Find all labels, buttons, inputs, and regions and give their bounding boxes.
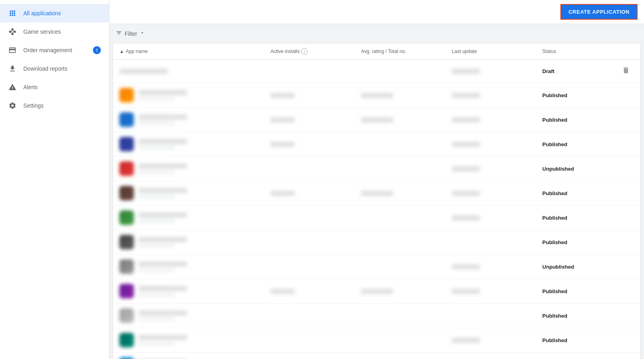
app-icon [119, 333, 134, 347]
table-row[interactable]: Published [113, 108, 640, 132]
table-row[interactable]: Published [113, 83, 640, 108]
col-header-active-installs: Active installs i [271, 48, 361, 55]
app-name-block [139, 212, 187, 223]
active-installs-cell [271, 289, 361, 294]
table-row[interactable]: Unpublished [113, 157, 640, 181]
active-installs-cell [271, 117, 361, 122]
app-name-block [119, 69, 168, 74]
table-row[interactable]: Published [113, 328, 640, 353]
app-cell [119, 69, 271, 74]
app-cell [119, 186, 271, 200]
status-cell: Published [542, 190, 618, 196]
status-cell: Unpublished [542, 264, 618, 270]
app-name-block [139, 163, 187, 174]
app-cell [119, 112, 271, 127]
app-icon [119, 284, 134, 298]
filter-icon [116, 30, 122, 37]
last-update-cell [452, 338, 542, 343]
app-icon [119, 88, 134, 102]
credit-card-icon [8, 46, 17, 55]
app-name-block [139, 335, 187, 346]
table-row[interactable]: Published [113, 353, 640, 359]
sort-asc-icon: ▲ [119, 49, 124, 54]
app-cell [119, 235, 271, 249]
sidebar-item-all-applications[interactable]: All applications [0, 4, 109, 22]
sidebar-item-settings[interactable]: Settings [0, 96, 109, 115]
applications-table: ▲ App name Active installs i Avg. rating… [113, 43, 641, 359]
app-name-block [139, 261, 187, 272]
table-row[interactable]: Draft [113, 60, 640, 83]
app-cell [119, 308, 271, 323]
sidebar-item-label: Alerts [23, 84, 38, 90]
filter-dropdown-icon [139, 30, 145, 37]
table-row[interactable]: Published [113, 304, 640, 328]
status-cell: Draft [542, 68, 618, 74]
download-icon [8, 64, 17, 73]
app-name-text [139, 163, 187, 169]
last-update-cell [452, 289, 542, 294]
sidebar-item-label: Game services [23, 29, 61, 35]
sidebar-item-label: All applications [23, 10, 61, 16]
status-cell: Published [542, 239, 618, 245]
sidebar-item-game-services[interactable]: Game services [0, 22, 109, 41]
sidebar-item-label: Download reports [23, 65, 68, 72]
sidebar-item-alerts[interactable]: Alerts [0, 78, 109, 96]
app-name-block [139, 188, 187, 199]
app-name-text [139, 335, 187, 340]
row-action-cell [618, 65, 634, 78]
app-icon [119, 161, 134, 176]
app-name-block [139, 114, 187, 125]
app-icon [119, 308, 134, 323]
table-body: DraftPublishedPublishedPublishedUnpublis… [113, 60, 640, 359]
app-package [139, 317, 175, 321]
filter-button[interactable]: Filter [116, 30, 145, 37]
app-cell [119, 333, 271, 347]
app-name-block [139, 310, 187, 321]
status-cell: Published [542, 313, 618, 319]
table-row[interactable]: Unpublished [113, 255, 640, 279]
col-header-status: Status [542, 48, 618, 55]
col-header-avg-rating: Avg. rating / Total no. [361, 48, 451, 55]
alert-icon [8, 83, 17, 92]
last-update-cell [452, 166, 542, 171]
sidebar-item-download-reports[interactable]: Download reports [0, 59, 109, 78]
app-cell [119, 137, 271, 151]
col-header-last-update: Last update [452, 48, 542, 55]
table-row[interactable]: Published [113, 206, 640, 230]
app-package [139, 244, 175, 248]
app-name-block [139, 90, 187, 101]
app-name-text [139, 237, 187, 242]
status-cell: Published [542, 337, 618, 343]
status-cell: Published [542, 288, 618, 294]
app-icon [119, 137, 134, 151]
sidebar-item-label: Settings [23, 102, 44, 109]
table-header: ▲ App name Active installs i Avg. rating… [113, 43, 640, 60]
sidebar-item-order-management[interactable]: Order management ! [0, 41, 109, 59]
status-cell: Published [542, 92, 618, 98]
col-header-app-name: ▲ App name [119, 48, 271, 55]
last-update-cell [452, 264, 542, 269]
app-cell [119, 210, 271, 225]
create-application-button[interactable]: CREATE APPLICATION [560, 4, 638, 20]
status-cell: Published [542, 141, 618, 147]
content-area: Filter ▲ App name Active installs i Av [109, 24, 644, 359]
filter-label: Filter [125, 31, 137, 37]
table-row[interactable]: Published [113, 132, 640, 157]
table-row[interactable]: Published [113, 279, 640, 304]
table-row[interactable]: Published [113, 230, 640, 255]
app-icon [119, 235, 134, 249]
settings-icon [8, 101, 17, 110]
app-package [139, 293, 175, 297]
app-name-text [139, 286, 187, 291]
status-cell: Unpublished [542, 166, 618, 172]
last-update-cell [452, 142, 542, 147]
app-cell [119, 357, 271, 359]
delete-button[interactable] [620, 65, 632, 78]
table-row[interactable]: Published [113, 181, 640, 206]
app-cell [119, 161, 271, 176]
app-package [139, 268, 175, 272]
app-package [139, 195, 175, 199]
active-installs-info-icon[interactable]: i [301, 48, 308, 55]
games-icon [8, 27, 17, 36]
avg-rating-cell [361, 93, 451, 98]
